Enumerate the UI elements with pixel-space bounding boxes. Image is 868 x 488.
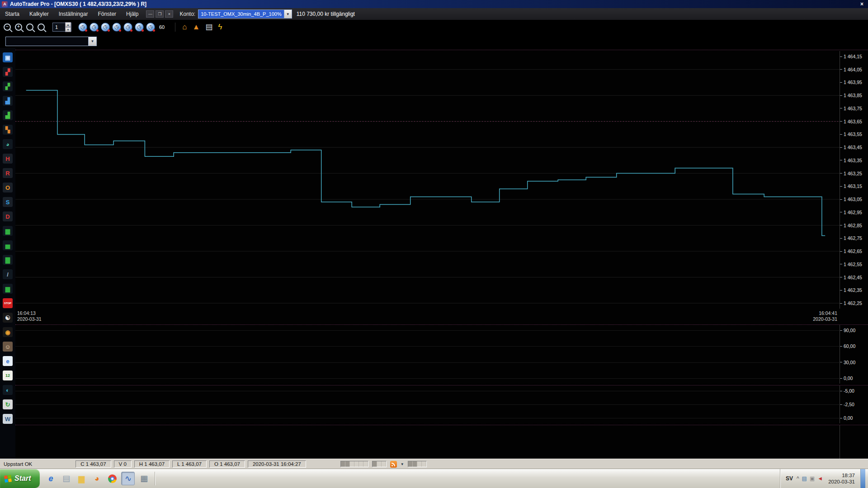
autotrader-icon[interactable]: ∿ bbox=[121, 472, 135, 485]
start-button-label: Start bbox=[14, 474, 31, 483]
price-y-tick: 1 463,05 bbox=[840, 197, 862, 202]
indicator-y-tick: 60,00 bbox=[840, 343, 855, 349]
bars-green-2-icon[interactable]: ▅ bbox=[3, 240, 13, 250]
folder-icon[interactable]: ▆ bbox=[75, 472, 88, 485]
menu-fonster[interactable]: Fönster bbox=[93, 8, 121, 20]
workspace-icon[interactable]: ▣ bbox=[3, 52, 13, 62]
bars-green-icon[interactable]: ▆ bbox=[3, 226, 13, 236]
account-dropdown-arrow-icon[interactable]: ▼ bbox=[284, 10, 292, 18]
depth-icon[interactable]: D bbox=[3, 211, 13, 221]
recycle-icon[interactable]: ↻ bbox=[3, 399, 13, 409]
menu-kalkyler[interactable]: Kalkyler bbox=[24, 8, 54, 20]
reports-icon[interactable]: R bbox=[3, 168, 13, 178]
globe-blue-icon[interactable]: ◐ bbox=[3, 385, 13, 395]
mdi-restore-button[interactable]: ❐ bbox=[156, 10, 164, 18]
internet-explorer-icon[interactable]: e bbox=[44, 472, 57, 485]
zoom-out-icon[interactable]: − bbox=[4, 23, 11, 31]
interval-down-button[interactable]: ▼ bbox=[65, 27, 71, 32]
status-field: V 0 bbox=[114, 460, 132, 468]
chart-line-orange-icon[interactable]: ▚ bbox=[3, 125, 13, 135]
pushpin-icon[interactable]: ◉ bbox=[3, 327, 13, 337]
interval-up-button[interactable]: ▲ bbox=[65, 22, 71, 27]
window-close-button[interactable]: × bbox=[858, 1, 866, 7]
clock-5-icon[interactable]: ◷ bbox=[101, 23, 110, 32]
price-y-tick: 1 463,95 bbox=[840, 80, 862, 85]
status-fields: C 1 463,07V 0H 1 463,07L 1 463,07O 1 463… bbox=[75, 460, 306, 468]
clock-10-icon[interactable]: ◷ bbox=[112, 23, 121, 32]
pyramid-icon[interactable]: ▲ bbox=[193, 23, 200, 32]
tray-time: 18:37 bbox=[828, 472, 855, 479]
clock-1-icon[interactable]: ◷ bbox=[78, 23, 87, 32]
status-field: 2020-03-31 16:04:27 bbox=[248, 460, 306, 468]
hide-tray-chevron-icon[interactable]: ^ bbox=[797, 475, 799, 482]
globe-icon[interactable]: ◕ bbox=[3, 139, 13, 149]
volume-icon[interactable]: ◄ bbox=[817, 475, 823, 482]
symbol-combo-arrow-icon[interactable]: ▼ bbox=[88, 37, 96, 46]
taskbar-empty-area bbox=[155, 469, 779, 488]
history-icon[interactable]: H bbox=[3, 154, 13, 164]
clock[interactable]: 18:37 2020-03-31 bbox=[826, 472, 857, 485]
indicator-gridline bbox=[15, 362, 840, 363]
rss-icon[interactable] bbox=[390, 461, 397, 468]
stop-icon[interactable]: STOP bbox=[3, 298, 13, 308]
clock-60-icon[interactable]: ◷ bbox=[146, 23, 155, 32]
price-chart[interactable] bbox=[15, 51, 840, 309]
profile-photo-icon[interactable]: ☺ bbox=[3, 342, 13, 352]
interval-value: 1 bbox=[53, 24, 65, 30]
start-button[interactable]: Start bbox=[0, 469, 40, 488]
indicator-panel-1[interactable]: 90,0060,0030,000,00 bbox=[15, 324, 868, 384]
firefox-icon[interactable]: ◕ bbox=[90, 472, 103, 485]
indicator-y-tick: 30,00 bbox=[840, 360, 855, 365]
symbol-combobox[interactable]: ▼ bbox=[5, 37, 97, 46]
indicator-panel-2[interactable]: -5,00-2,500,00 bbox=[15, 385, 868, 423]
internet-explorer-icon[interactable]: e bbox=[3, 356, 13, 366]
interval-spin-buttons: ▲ ▼ bbox=[65, 22, 71, 32]
language-indicator[interactable]: SV bbox=[786, 475, 793, 482]
home-icon[interactable]: ⌂ bbox=[182, 23, 187, 32]
show-desktop-button[interactable] bbox=[860, 469, 865, 488]
clock-15-icon[interactable]: ◷ bbox=[123, 23, 132, 32]
interval-stepper[interactable]: 1 ▲ ▼ bbox=[52, 23, 71, 32]
chart-line-green-icon[interactable]: ▟ bbox=[3, 110, 13, 120]
menu-hjalp[interactable]: Hjälp bbox=[121, 8, 143, 20]
report-icon[interactable]: ▤ bbox=[205, 23, 212, 32]
account-label: Konto: bbox=[179, 11, 195, 17]
clock-60-label: 60 bbox=[159, 24, 165, 30]
indicator-panel-3[interactable] bbox=[15, 425, 868, 460]
bars-green-4-icon[interactable]: ▆ bbox=[3, 284, 13, 294]
message-icon[interactable]: ▣ bbox=[810, 475, 815, 482]
clock-30-icon[interactable]: ◷ bbox=[135, 23, 144, 32]
zoom-reset-icon[interactable] bbox=[38, 23, 45, 31]
rss-dropdown-arrow-icon[interactable]: ▼ bbox=[401, 462, 404, 466]
menu-installningar[interactable]: Inställningar bbox=[54, 8, 93, 20]
indicator-gridline bbox=[15, 404, 840, 405]
wrench-icon[interactable]: / bbox=[3, 269, 13, 279]
mdi-minimize-button[interactable]: — bbox=[146, 10, 154, 18]
clock-2-icon[interactable]: ◷ bbox=[90, 23, 99, 32]
indicator-y-tick: 90,00 bbox=[840, 328, 855, 333]
signals-icon[interactable]: S bbox=[3, 197, 13, 207]
chrome-icon[interactable] bbox=[106, 472, 118, 485]
printer-icon[interactable]: ▤ bbox=[60, 472, 72, 485]
chart-candles-red-icon[interactable]: ▞ bbox=[3, 67, 13, 77]
chart-line-blue-icon[interactable]: ▟ bbox=[3, 96, 13, 106]
price-chart-panel[interactable]: 1 464,151 464,051 463,951 463,851 463,75… bbox=[15, 50, 868, 324]
word-icon[interactable]: W bbox=[3, 414, 13, 424]
zoom-window-icon[interactable] bbox=[26, 23, 33, 31]
flash-icon[interactable]: ϟ bbox=[218, 23, 222, 32]
chart-candles-green-icon[interactable]: ▞ bbox=[3, 81, 13, 91]
menu-starta[interactable]: Starta bbox=[0, 8, 24, 20]
x-axis-end-label: 16:04:41 2020-03-31 bbox=[813, 310, 837, 322]
zoom-in-icon[interactable]: + bbox=[15, 23, 22, 31]
yin-yang-icon[interactable]: ☯ bbox=[3, 313, 13, 323]
window-title: AutoTrader Pro - [OMXS30 ( 1 482,43/33,2… bbox=[10, 1, 146, 7]
calendar-icon[interactable]: 12 bbox=[3, 371, 13, 380]
zoom-group: −+ bbox=[4, 23, 45, 31]
bars-green-3-icon[interactable]: ▇ bbox=[3, 255, 13, 265]
mdi-close-button[interactable]: × bbox=[165, 10, 173, 18]
network-icon[interactable]: ▤ bbox=[802, 475, 807, 482]
account-dropdown[interactable]: 10-TEST_OMX_30min_4B_P_100% ▼ bbox=[198, 9, 292, 19]
orders-icon[interactable]: O bbox=[3, 183, 13, 192]
calculator-icon[interactable]: ▦ bbox=[137, 472, 150, 485]
tray-date: 2020-03-31 bbox=[828, 479, 855, 485]
